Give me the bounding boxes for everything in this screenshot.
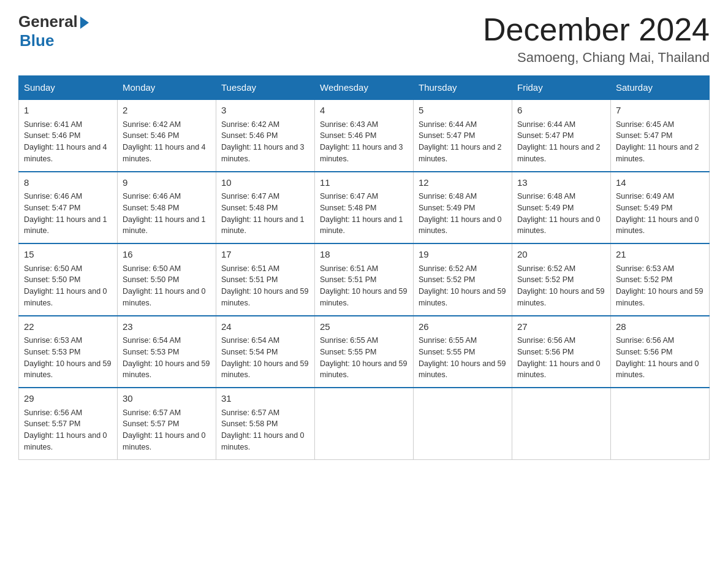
table-row: 9Sunrise: 6:46 AMSunset: 5:48 PMDaylight… [118,172,216,244]
day-number: 2 [123,104,211,118]
day-info: Sunrise: 6:55 AMSunset: 5:55 PMDaylight:… [320,336,407,379]
day-info: Sunrise: 6:43 AMSunset: 5:46 PMDaylight:… [320,120,403,163]
day-info: Sunrise: 6:54 AMSunset: 5:53 PMDaylight:… [123,336,210,379]
header-friday: Friday [512,76,611,100]
table-row: 13Sunrise: 6:48 AMSunset: 5:49 PMDayligh… [512,172,611,244]
header-wednesday: Wednesday [315,76,414,100]
day-info: Sunrise: 6:42 AMSunset: 5:46 PMDaylight:… [221,120,305,163]
calendar-week-row: 22Sunrise: 6:53 AMSunset: 5:53 PMDayligh… [19,316,710,388]
table-row [414,388,512,459]
table-row: 10Sunrise: 6:47 AMSunset: 5:48 PMDayligh… [216,172,315,244]
table-row [611,388,710,459]
day-number: 5 [419,104,507,118]
day-number: 8 [24,176,112,190]
day-number: 12 [419,176,507,190]
day-info: Sunrise: 6:45 AMSunset: 5:47 PMDaylight:… [616,120,699,163]
day-info: Sunrise: 6:54 AMSunset: 5:54 PMDaylight:… [221,336,308,379]
day-info: Sunrise: 6:50 AMSunset: 5:50 PMDaylight:… [123,264,206,307]
day-number: 11 [320,176,408,190]
day-info: Sunrise: 6:51 AMSunset: 5:51 PMDaylight:… [320,264,407,307]
table-row: 21Sunrise: 6:53 AMSunset: 5:52 PMDayligh… [611,243,710,316]
day-info: Sunrise: 6:50 AMSunset: 5:50 PMDaylight:… [24,264,107,307]
table-row: 23Sunrise: 6:54 AMSunset: 5:53 PMDayligh… [118,316,216,388]
header-sunday: Sunday [19,76,118,100]
day-number: 19 [419,248,507,262]
day-number: 20 [517,248,605,262]
day-info: Sunrise: 6:46 AMSunset: 5:47 PMDaylight:… [24,192,107,235]
title-block: December 2024 Samoeng, Chiang Mai, Thail… [483,12,710,66]
table-row: 22Sunrise: 6:53 AMSunset: 5:53 PMDayligh… [19,316,118,388]
calendar-header-row: Sunday Monday Tuesday Wednesday Thursday… [19,76,710,100]
day-info: Sunrise: 6:52 AMSunset: 5:52 PMDaylight:… [517,264,604,307]
table-row: 19Sunrise: 6:52 AMSunset: 5:52 PMDayligh… [414,243,512,316]
day-number: 29 [24,392,112,406]
day-info: Sunrise: 6:49 AMSunset: 5:49 PMDaylight:… [616,192,699,235]
day-number: 14 [616,176,704,190]
day-info: Sunrise: 6:51 AMSunset: 5:51 PMDaylight:… [221,264,308,307]
day-number: 25 [320,320,408,334]
logo-arrow-icon [80,17,89,29]
table-row: 3Sunrise: 6:42 AMSunset: 5:46 PMDaylight… [216,99,315,172]
day-info: Sunrise: 6:57 AMSunset: 5:57 PMDaylight:… [123,408,206,451]
header-saturday: Saturday [611,76,710,100]
day-info: Sunrise: 6:53 AMSunset: 5:52 PMDaylight:… [616,264,703,307]
table-row: 31Sunrise: 6:57 AMSunset: 5:58 PMDayligh… [216,388,315,459]
table-row: 8Sunrise: 6:46 AMSunset: 5:47 PMDaylight… [19,172,118,244]
day-info: Sunrise: 6:41 AMSunset: 5:46 PMDaylight:… [24,120,107,163]
table-row: 20Sunrise: 6:52 AMSunset: 5:52 PMDayligh… [512,243,611,316]
header-thursday: Thursday [414,76,512,100]
calendar-table: Sunday Monday Tuesday Wednesday Thursday… [18,75,710,460]
table-row [512,388,611,459]
day-number: 1 [24,104,112,118]
day-number: 31 [221,392,309,406]
month-title: December 2024 [483,12,710,47]
day-info: Sunrise: 6:42 AMSunset: 5:46 PMDaylight:… [123,120,206,163]
table-row: 26Sunrise: 6:55 AMSunset: 5:55 PMDayligh… [414,316,512,388]
logo: General Blue [18,12,89,50]
day-number: 24 [221,320,309,334]
day-number: 17 [221,248,309,262]
day-number: 22 [24,320,112,334]
day-info: Sunrise: 6:47 AMSunset: 5:48 PMDaylight:… [221,192,305,235]
location-title: Samoeng, Chiang Mai, Thailand [483,50,710,66]
header-monday: Monday [118,76,216,100]
table-row: 4Sunrise: 6:43 AMSunset: 5:46 PMDaylight… [315,99,414,172]
day-number: 21 [616,248,704,262]
table-row: 29Sunrise: 6:56 AMSunset: 5:57 PMDayligh… [19,388,118,459]
day-info: Sunrise: 6:56 AMSunset: 5:57 PMDaylight:… [24,408,107,451]
calendar-week-row: 1Sunrise: 6:41 AMSunset: 5:46 PMDaylight… [19,99,710,172]
logo-blue-text: Blue [20,31,54,50]
day-number: 9 [123,176,211,190]
day-info: Sunrise: 6:52 AMSunset: 5:52 PMDaylight:… [419,264,506,307]
table-row: 27Sunrise: 6:56 AMSunset: 5:56 PMDayligh… [512,316,611,388]
table-row [315,388,414,459]
table-row: 12Sunrise: 6:48 AMSunset: 5:49 PMDayligh… [414,172,512,244]
table-row: 14Sunrise: 6:49 AMSunset: 5:49 PMDayligh… [611,172,710,244]
day-number: 30 [123,392,211,406]
day-info: Sunrise: 6:56 AMSunset: 5:56 PMDaylight:… [616,336,699,379]
table-row: 24Sunrise: 6:54 AMSunset: 5:54 PMDayligh… [216,316,315,388]
calendar-week-row: 29Sunrise: 6:56 AMSunset: 5:57 PMDayligh… [19,388,710,459]
day-number: 6 [517,104,605,118]
table-row: 28Sunrise: 6:56 AMSunset: 5:56 PMDayligh… [611,316,710,388]
table-row: 17Sunrise: 6:51 AMSunset: 5:51 PMDayligh… [216,243,315,316]
day-info: Sunrise: 6:57 AMSunset: 5:58 PMDaylight:… [221,408,305,451]
day-info: Sunrise: 6:55 AMSunset: 5:55 PMDaylight:… [419,336,506,379]
calendar-week-row: 8Sunrise: 6:46 AMSunset: 5:47 PMDaylight… [19,172,710,244]
day-number: 3 [221,104,309,118]
page-header: General Blue December 2024 Samoeng, Chia… [18,12,710,66]
table-row: 2Sunrise: 6:42 AMSunset: 5:46 PMDaylight… [118,99,216,172]
day-number: 18 [320,248,408,262]
day-number: 13 [517,176,605,190]
calendar-week-row: 15Sunrise: 6:50 AMSunset: 5:50 PMDayligh… [19,243,710,316]
day-number: 16 [123,248,211,262]
day-number: 15 [24,248,112,262]
day-number: 26 [419,320,507,334]
table-row: 16Sunrise: 6:50 AMSunset: 5:50 PMDayligh… [118,243,216,316]
day-info: Sunrise: 6:47 AMSunset: 5:48 PMDaylight:… [320,192,403,235]
header-tuesday: Tuesday [216,76,315,100]
table-row: 11Sunrise: 6:47 AMSunset: 5:48 PMDayligh… [315,172,414,244]
table-row: 15Sunrise: 6:50 AMSunset: 5:50 PMDayligh… [19,243,118,316]
table-row: 1Sunrise: 6:41 AMSunset: 5:46 PMDaylight… [19,99,118,172]
table-row: 25Sunrise: 6:55 AMSunset: 5:55 PMDayligh… [315,316,414,388]
